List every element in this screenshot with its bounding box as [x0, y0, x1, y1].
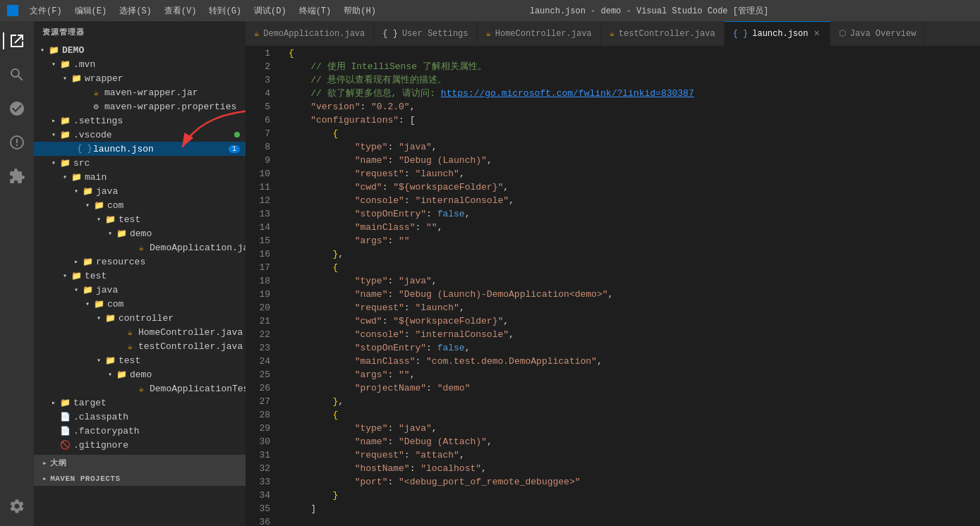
tree-item-factorypath[interactable]: 📄 .factorypath — [34, 424, 246, 438]
tree-item-demo2[interactable]: 📁 demo — [34, 367, 246, 381]
tab-icon-homecontroller: ☕ — [486, 28, 491, 39]
activity-settings[interactable] — [3, 492, 31, 520]
label-com: com — [107, 200, 123, 211]
tree-item-vscode[interactable]: 📁 .vscode — [34, 128, 246, 142]
tab-icon-java-overview: ⬡ — [839, 28, 846, 39]
outline-section[interactable]: ▸ 大纲 — [34, 455, 246, 471]
tree-item-testcontroller[interactable]: ☕ testController.java — [34, 339, 246, 353]
titlebar-left: 文件(F) 编辑(E) 选择(S) 查看(V) 转到(G) 调试(D) 终端(T… — [7, 4, 382, 18]
folder-icon-java: 📁 — [82, 185, 93, 197]
tree-item-java[interactable]: 📁 java — [34, 184, 246, 198]
menu-select[interactable]: 选择(S) — [114, 4, 157, 18]
tree-item-test[interactable]: 📁 test — [34, 212, 246, 226]
folder-icon-com: 📁 — [93, 200, 104, 211]
tree-item-resources[interactable]: 📁 resources — [34, 255, 246, 269]
activity-debug[interactable] — [3, 128, 31, 157]
tree-item-java2[interactable]: 📁 java — [34, 283, 246, 297]
code-line-6: "configurations": [ — [289, 114, 980, 127]
tree-item-settings[interactable]: 📁 .settings — [34, 114, 246, 128]
activity-explorer[interactable] — [3, 27, 31, 55]
vscode-green-dot — [234, 132, 240, 137]
label-classpath: .classpath — [73, 412, 128, 422]
label-props: maven-wrapper.properties — [104, 102, 236, 112]
label-src: src — [73, 158, 90, 169]
label-resources: resources — [96, 257, 145, 267]
label-test2: test — [85, 271, 107, 281]
tree-item-demoapplication[interactable]: ☕ DemoApplication.java — [34, 240, 246, 255]
menu-goto[interactable]: 转到(G) — [203, 4, 247, 18]
tree-item-homecontroller[interactable]: ☕ HomeController.java — [34, 325, 246, 339]
folder-icon-test: 📁 — [104, 214, 116, 225]
label-demo: DEMO — [62, 45, 84, 56]
code-line-1: { — [289, 47, 980, 60]
code-line-21: "cwd": "${workspaceFolder}", — [289, 314, 980, 328]
activity-git[interactable] — [3, 94, 31, 123]
label-demoapplication: DemoApplication.java — [150, 243, 246, 253]
tree-item-target[interactable]: 📁 target — [34, 396, 246, 410]
tree-item-jar[interactable]: ☕ maven-wrapper.jar — [34, 85, 246, 99]
outline-label: 大纲 — [50, 458, 66, 468]
tree-item-com[interactable]: 📁 com — [34, 198, 246, 212]
tree-item-com2[interactable]: 📁 com — [34, 297, 246, 311]
tree-arrow-settings — [48, 115, 59, 126]
label-testcontroller: testController.java — [138, 341, 243, 352]
code-area[interactable]: { // 使用 IntelliSense 了解相关属性。 // 悬停以查看现有属… — [277, 46, 980, 526]
tree-item-props[interactable]: ⚙ maven-wrapper.properties — [34, 99, 246, 114]
file-icon-demoapplication: ☕ — [135, 242, 147, 253]
label-java: java — [96, 186, 118, 197]
menu-file[interactable]: 文件(F) — [24, 4, 68, 18]
menu-edit[interactable]: 编辑(E) — [69, 4, 113, 18]
tab-label-homecontroller: HomeController.java — [495, 29, 592, 39]
menu-terminal[interactable]: 终端(T) — [294, 4, 337, 18]
tree-item-launch-json[interactable]: { } launch.json 1 — [34, 142, 246, 156]
tab-user-settings[interactable]: { } User Settings — [374, 21, 477, 46]
label-java2: java — [96, 285, 118, 295]
tree-item-test3[interactable]: 📁 test — [34, 353, 246, 367]
tree-item-wrapper[interactable]: 📁 wrapper — [34, 71, 246, 85]
tree-item-demo-sub[interactable]: 📁 demo — [34, 226, 246, 240]
tab-launch-json[interactable]: { } launch.json × — [725, 21, 830, 46]
tab-close-launch-json[interactable]: × — [812, 28, 821, 39]
activity-extensions[interactable] — [3, 162, 31, 190]
tab-label-java-overview: Java Overview — [850, 29, 917, 39]
tree-item-main[interactable]: 📁 main — [34, 170, 246, 184]
folder-icon-wrapper: 📁 — [71, 73, 82, 84]
activity-search[interactable] — [3, 61, 31, 89]
tab-label-testcontroller: testController.java — [619, 29, 715, 39]
tree-arrow-controller — [93, 312, 104, 324]
menu-debug[interactable]: 调试(D) — [248, 4, 292, 18]
maven-section[interactable]: ▸ MAVEN PROJECTS — [34, 471, 246, 486]
code-line-9: "name": "Debug (Launch)", — [289, 154, 980, 167]
file-icon-props: ⚙ — [90, 101, 102, 112]
folder-icon-src: 📁 — [59, 157, 71, 169]
sidebar-header: 资源管理器 — [34, 21, 246, 43]
tree-item-classpath[interactable]: 📄 .classpath — [34, 410, 246, 424]
code-line-27: }, — [289, 395, 980, 408]
tree-item-gitignore[interactable]: 🚫 .gitignore — [34, 438, 246, 452]
menu-help[interactable]: 帮助(H) — [338, 4, 382, 18]
tab-homecontroller[interactable]: ☕ HomeController.java — [478, 21, 601, 46]
tab-java-overview[interactable]: ⬡ Java Overview — [830, 21, 926, 46]
tree-arrow-main — [59, 171, 71, 183]
tree-item-mvn[interactable]: 📁 .mvn — [34, 57, 246, 71]
tree-arrow-vscode — [48, 129, 59, 140]
tree-item-demoapptests[interactable]: ☕ DemoApplicationTests.java — [34, 381, 246, 396]
label-launch-json: launch.json — [93, 144, 154, 154]
sidebar: 资源管理器 📁 DEMO 📁 .mvn 📁 wrapper ☕ maven-wr… — [34, 21, 246, 526]
tab-testcontroller[interactable]: ☕ testController.java — [601, 21, 725, 46]
code-line-35: ] — [289, 502, 980, 515]
label-factorypath: .factorypath — [73, 426, 140, 436]
tree-item-src[interactable]: 📁 src — [34, 156, 246, 170]
code-line-29: "type": "java", — [289, 422, 980, 435]
tree-item-controller[interactable]: 📁 controller — [34, 311, 246, 325]
label-controller: controller — [119, 313, 174, 324]
folder-icon-demo2: 📁 — [116, 369, 127, 380]
tree-item-demo[interactable]: 📁 DEMO — [34, 43, 246, 57]
folder-icon-resources: 📁 — [82, 256, 93, 267]
code-line-28: { — [289, 408, 980, 422]
menu-view[interactable]: 查看(V) — [159, 4, 202, 18]
label-test3: test — [119, 355, 140, 366]
tab-demoapplication[interactable]: ☕ DemoApplication.java — [246, 21, 374, 46]
tree-item-test2[interactable]: 📁 test — [34, 269, 246, 283]
code-line-7: { — [289, 127, 980, 140]
